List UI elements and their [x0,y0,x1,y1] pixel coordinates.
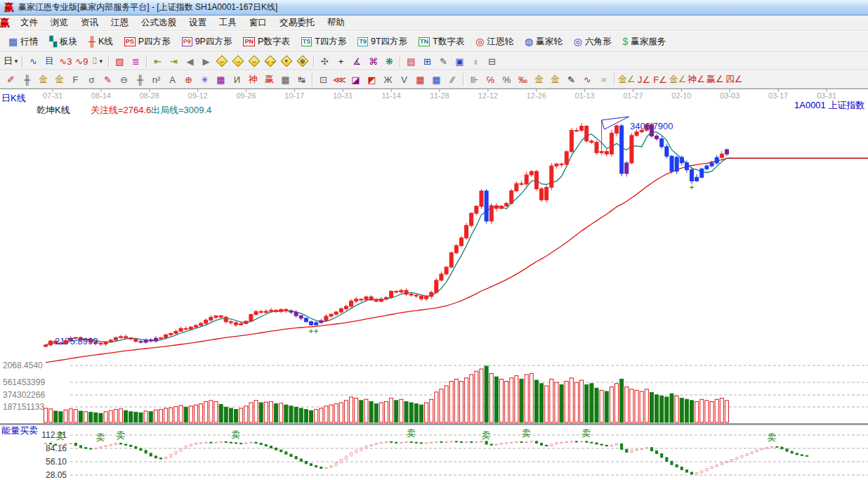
9p-square-button[interactable]: P99P四方形 [176,33,238,51]
candle-style-dropdown[interactable]: ⌷▼ [90,54,106,69]
kline-chart[interactable]: 07-3108-1408-2809-1209-2610-1710-3111-14… [0,89,868,480]
pen-ruler-icon[interactable]: ✎ [100,72,116,87]
hexagon-button[interactable]: ◎六角形 [568,33,617,51]
scale-ruler-icon[interactable]: ⊪ [466,72,482,87]
analysis-brain-icon[interactable]: ❋ [381,54,397,69]
box-tool-icon[interactable]: ⊡ [315,72,331,87]
gann-n-icon[interactable]: И [229,72,245,87]
first-bar-icon[interactable]: ⇤ [150,54,166,69]
spiral-icon[interactable]: σ [84,72,100,87]
net-save-icon[interactable]: ♁ [468,54,484,69]
ruler-grid-icon[interactable]: ╫ [19,72,35,87]
tick-ruler-icon[interactable]: ╫ [132,72,148,87]
percent-line-icon[interactable]: ℅ [482,72,499,87]
last-bar-icon[interactable]: ⇥ [166,54,182,69]
notes-icon[interactable]: ✎ [435,54,452,69]
print-icon[interactable]: ⊟ [484,54,500,69]
gold-wave-icon[interactable]: ≈ [596,72,612,87]
pane-period-label[interactable]: 日K线 [1,93,26,103]
gold-ruler-icon[interactable]: 金 [35,72,51,87]
menu-0[interactable]: 文件 [14,16,44,29]
p-square-button[interactable]: PSP四方形 [119,33,176,51]
star-target-icon[interactable]: ✳ [197,72,213,87]
menu-7[interactable]: 窗口 [243,16,273,29]
fan-diag-icon[interactable]: ◩ [364,72,380,87]
percent-hline-icon[interactable]: ‰ [515,72,531,87]
four-angle-icon[interactable]: 四∠ [725,72,744,87]
turn-pen-icon[interactable]: ✎ [563,72,579,87]
gold-circle-icon[interactable]: 金 [531,72,547,87]
title-bar[interactable]: 赢 赢家江恩专业版[赢家内部服务平台] - [上证指数 SH1A0001-167… [0,0,868,15]
n2-ruler-icon[interactable]: n² [148,72,164,87]
hand-tool-icon[interactable]: ✣ [317,54,333,69]
f-ruler-icon[interactable]: F [67,72,84,87]
gold-angle-icon[interactable]: 金∠ [617,72,636,87]
indicator-name-label[interactable]: 能量买卖 [1,426,38,436]
9t-square-button[interactable]: T99T四方形 [352,33,413,51]
compress-icon[interactable]: →← [263,54,279,69]
menu-4[interactable]: 公式选股 [135,16,183,29]
pattern-frame-icon[interactable]: ∿ [25,54,41,69]
gann-wheel-button[interactable]: ◎江恩轮 [470,33,519,51]
grid-123-icon[interactable]: ▦ [277,72,294,87]
scroll-left-icon[interactable]: ← [214,54,230,69]
calendar-icon[interactable]: ▤ [403,54,419,69]
win-ruler-icon[interactable]: 赢 [261,72,277,87]
info-panel-icon[interactable]: 目 [41,54,58,69]
calculator-icon[interactable]: ⊞ [419,54,435,69]
wave-9-icon[interactable]: ∿9 [74,54,90,69]
fan-red-icon[interactable]: ⋘ [331,72,348,87]
save-icon[interactable]: ▣ [452,54,468,69]
p-table-button[interactable]: PNP数字表 [237,33,295,51]
brush-tool-icon[interactable]: ✐ [3,72,19,87]
percent-icon[interactable]: % [499,72,515,87]
measure-icon[interactable]: ∡ [349,54,365,69]
prev-bar-icon[interactable]: ◀ [182,54,198,69]
f-angle-icon[interactable]: F∠ [652,72,669,87]
v-lines-icon[interactable]: V [396,72,412,87]
grid-red-icon[interactable]: ▦ [412,72,428,87]
expand-icon[interactable]: + [279,54,295,69]
scroll-right-icon[interactable]: → [230,54,246,69]
menu-3[interactable]: 江恩 [105,16,135,29]
grid-blue-icon[interactable]: ▦ [428,72,445,87]
t-square-button[interactable]: TST四方形 [296,33,353,51]
fan-box-icon[interactable]: ◪ [348,72,364,87]
crosshair-icon[interactable]: + [333,54,349,69]
menu-5[interactable]: 设置 [183,16,213,29]
full-view-icon[interactable]: ⊕ [295,54,311,69]
wave-ruler-icon[interactable]: ∿ [579,72,596,87]
menu-9[interactable]: 帮助 [321,16,351,29]
menu-6[interactable]: 工具 [213,16,243,29]
kline-button[interactable]: ╫K线 [83,33,119,51]
grid-target-icon[interactable]: ▦ [213,72,229,87]
gann-box-icon[interactable]: ▨ [112,54,128,69]
winner-wheel-button[interactable]: ◍赢家轮 [519,33,568,51]
gold2-angle-icon[interactable]: 金∠ [669,72,688,87]
menu-2[interactable]: 资讯 [74,16,105,29]
slash-lines-icon[interactable]: ∕∕ [445,72,461,87]
shen-ruler-icon[interactable]: 神 [245,72,261,87]
t-table-button[interactable]: TNT数字表 [413,33,470,51]
gann-tool-icon[interactable]: ⌘ [365,54,381,69]
profile-chart-icon[interactable]: ≣ [128,54,144,69]
target-red-icon[interactable]: ⊕ [180,72,197,87]
gold-ruler2-icon[interactable]: 金 [51,72,67,87]
chart-area[interactable]: 07-3108-1408-2809-1209-2610-1710-3111-14… [0,89,868,480]
angle-a-icon[interactable]: A [164,72,180,87]
quotes-button[interactable]: ▦行情 [3,33,44,51]
next-bar-icon[interactable]: ▶ [198,54,214,69]
period-day-dropdown[interactable]: 日▼ [3,54,20,69]
sectors-button[interactable]: ▚板块 [44,33,83,51]
win-angle-icon[interactable]: 赢∠ [706,72,725,87]
wave-3-icon[interactable]: ∿3 [58,54,74,69]
j-angle-icon[interactable]: J∠ [636,72,652,87]
zoom-out-icon[interactable]: ↔ [246,54,263,69]
gold-hline-icon[interactable]: 金 [547,72,563,87]
winner-service-button[interactable]: $赢家服务 [617,33,671,51]
shen-angle-icon[interactable]: 神∠ [687,72,706,87]
menu-1[interactable]: 浏览 [44,16,74,29]
menu-8[interactable]: 交易委托 [273,16,321,29]
circle-ruler-icon[interactable]: ⊖ [116,72,132,87]
trident-lines-icon[interactable]: Ж [380,72,396,87]
